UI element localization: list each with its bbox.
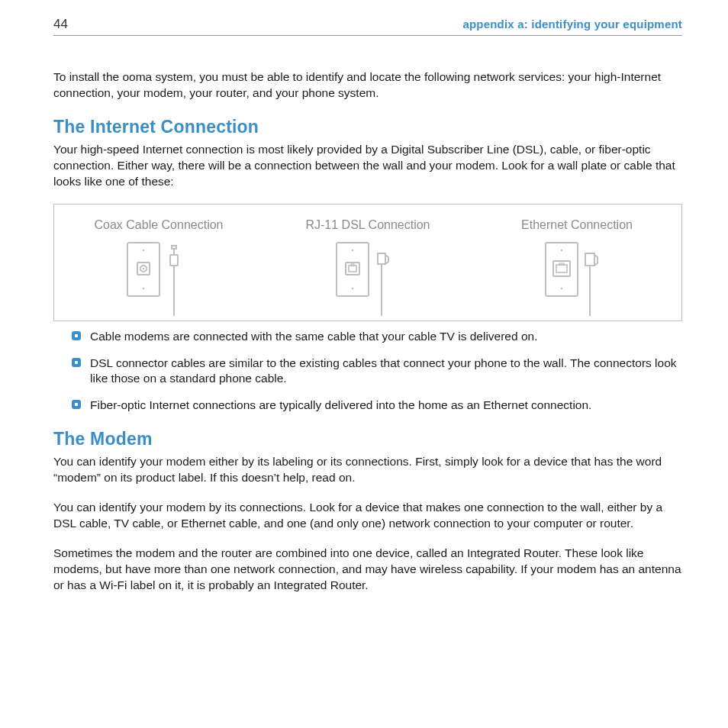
connection-coax: Coax Cable Connection xyxy=(54,218,263,319)
section1-bullet-list: Cable modems are connected with the same… xyxy=(53,329,682,414)
connection-ethernet-label: Ethernet Connection xyxy=(472,218,681,232)
connection-rj11-label: RJ-11 DSL Connection xyxy=(263,218,472,232)
connection-ethernet: Ethernet Connection xyxy=(472,218,681,319)
header-section-title: appendix a: identifying your equipment xyxy=(462,18,682,31)
svg-rect-19 xyxy=(556,265,567,272)
section2-p1: You can identify your modem either by it… xyxy=(53,454,682,486)
list-item: DSL connector cables are similar to the … xyxy=(72,356,682,388)
svg-rect-6 xyxy=(170,255,178,266)
svg-point-21 xyxy=(561,249,562,250)
section1-paragraph: Your high-speed Internet connection is m… xyxy=(53,142,682,190)
svg-point-14 xyxy=(352,249,353,250)
running-header: 44 appendix a: identifying your equipmen… xyxy=(53,17,682,36)
rj11-wallplate-icon xyxy=(333,240,402,319)
section2-p2: You can identify your modem by its conne… xyxy=(53,500,682,532)
svg-point-4 xyxy=(143,249,144,250)
intro-paragraph: To install the ooma system, you must be … xyxy=(53,69,682,101)
list-item: Cable modems are connected with the same… xyxy=(72,329,682,345)
page-number: 44 xyxy=(53,17,68,32)
connection-diagram-box: Coax Cable Connection RJ-11 DSL Connecti… xyxy=(53,204,682,321)
connection-coax-label: Coax Cable Connection xyxy=(54,218,263,232)
coax-wallplate-icon xyxy=(124,240,193,319)
ethernet-wallplate-icon xyxy=(543,240,611,319)
document-page: 44 appendix a: identifying your equipmen… xyxy=(0,0,728,638)
section-heading-internet: The Internet Connection xyxy=(53,117,682,137)
svg-point-5 xyxy=(143,287,144,288)
svg-rect-8 xyxy=(172,246,176,249)
connection-rj11: RJ-11 DSL Connection xyxy=(263,218,472,319)
svg-point-22 xyxy=(561,287,562,288)
svg-point-3 xyxy=(143,267,144,269)
section-heading-modem: The Modem xyxy=(53,429,682,449)
svg-rect-12 xyxy=(349,266,356,272)
section2-p3: Sometimes the modem and the router are c… xyxy=(53,546,682,594)
list-item: Fiber-optic Internet connections are typ… xyxy=(72,398,682,414)
svg-point-15 xyxy=(352,287,353,288)
